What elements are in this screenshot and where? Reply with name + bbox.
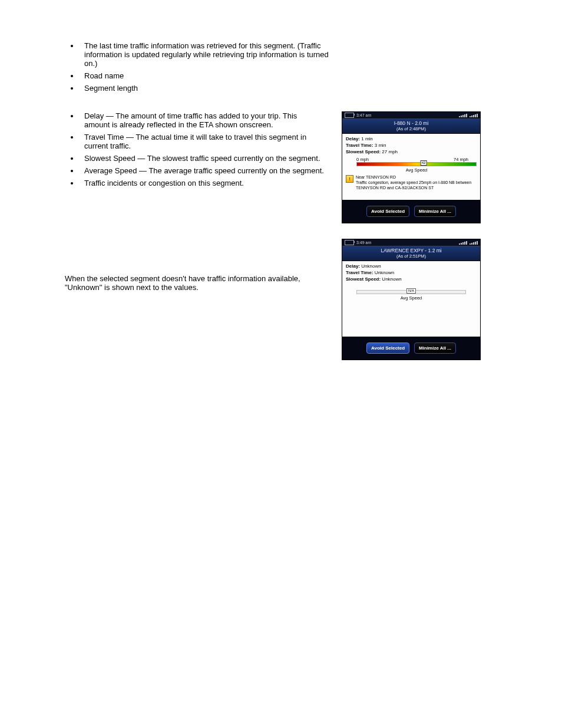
list-item: The last time traffic information was re… — [80, 41, 332, 68]
signal-icon — [459, 241, 467, 245]
button-bar: Avoid Selected Minimize All ... — [342, 200, 480, 223]
incident-block: ! Near TENNYSON RD Traffic congestion, a… — [346, 175, 477, 190]
travel-value: 3 min — [375, 143, 386, 148]
list-item: Average Speed — The average traffic spee… — [80, 166, 324, 175]
device-statusbar: 3:47 am — [342, 112, 480, 118]
segment-road: LAWRENCE EXPY - 1.2 mi — [342, 248, 480, 253]
delay-label: Delay: — [346, 263, 360, 269]
battery-icon — [345, 240, 354, 245]
speed-scale: 0 mph 74 mph 42 Avg Speed — [356, 157, 477, 173]
details-list: Delay — The amount of time traffic has a… — [80, 111, 324, 187]
list-item: Traffic incidents or congestion on this … — [80, 179, 324, 187]
delay-value: Unknown — [361, 263, 381, 269]
list-item: Segment length — [80, 84, 332, 93]
list-item: Slowest Speed — The slowest traffic spee… — [80, 154, 324, 163]
status-time: 3:47 am — [356, 113, 371, 117]
slow-label: Slowest Speed: — [346, 149, 381, 154]
travel-label: Travel Time: — [346, 143, 373, 148]
traffic-screenshot-2: 3:49 am LAWRENCE EXPY - 1.2 mi (As of 2:… — [342, 239, 481, 360]
segment-asof: (As of 2:48PM) — [342, 126, 480, 131]
incident-body: Traffic congestion, average speed 25mph … — [356, 180, 477, 191]
intro-list: The last time traffic information was re… — [80, 41, 503, 93]
traffic-screenshot-1: 3:47 am I-880 N - 2.0 mi (As of 2:48PM) … — [342, 111, 481, 223]
avg-speed-label: Avg Speed — [356, 167, 477, 173]
device-statusbar: 3:49 am — [342, 239, 480, 246]
travel-label: Travel Time: — [346, 270, 373, 275]
travel-value: Unknown — [375, 270, 394, 275]
avg-speed-label: Avg Speed — [346, 295, 477, 301]
segment-road: I-880 N - 2.0 mi — [342, 120, 480, 126]
signal-icon — [459, 114, 467, 117]
delay-value: 1 min — [361, 136, 373, 141]
button-bar: Avoid Selected Minimize All ... — [342, 337, 480, 360]
list-item: Road name — [80, 71, 332, 80]
minimize-all-button[interactable]: Minimize All ... — [414, 342, 456, 354]
avoid-selected-button[interactable]: Avoid Selected — [366, 342, 409, 354]
speed-bar: 42 — [356, 162, 477, 166]
signal-icon — [470, 114, 478, 117]
incident-title: Near TENNYSON RD — [356, 175, 477, 180]
warning-icon: ! — [346, 175, 353, 183]
slow-value: Unknown — [382, 276, 401, 282]
na-marker: N/A — [406, 288, 416, 294]
unknown-note: When the selected segment doesn't have t… — [65, 274, 312, 292]
status-time: 3:49 am — [356, 241, 371, 245]
segment-titlebar: I-880 N - 2.0 mi (As of 2:48PM) — [342, 118, 480, 134]
list-item: Travel Time — The actual time it will ta… — [80, 133, 324, 150]
segment-titlebar: LAWRENCE EXPY - 1.2 mi (As of 2:51PM) — [342, 246, 480, 261]
signal-icon — [470, 241, 478, 245]
list-item: Delay — The amount of time traffic has a… — [80, 111, 324, 129]
avg-speed-marker: 42 — [421, 160, 427, 166]
speed-bar-na: N/A — [356, 290, 466, 294]
slow-value: 27 mph — [382, 149, 398, 154]
slow-label: Slowest Speed: — [346, 276, 381, 282]
battery-icon — [345, 113, 354, 118]
minimize-all-button[interactable]: Minimize All ... — [414, 206, 456, 217]
avoid-selected-button[interactable]: Avoid Selected — [366, 206, 409, 217]
max-speed: 74 mph — [454, 157, 468, 162]
segment-asof: (As of 2:51PM) — [342, 253, 480, 259]
delay-label: Delay: — [346, 136, 360, 141]
min-speed: 0 mph — [356, 157, 369, 162]
